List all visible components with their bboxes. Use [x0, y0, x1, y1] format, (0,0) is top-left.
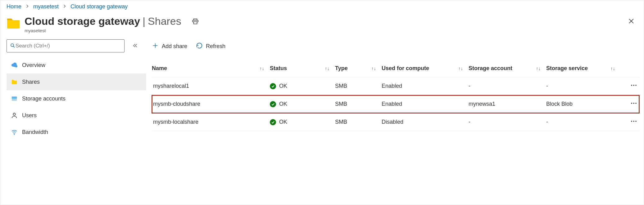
cell-status: OK — [270, 83, 335, 89]
cell-type: SMB — [335, 119, 382, 125]
svg-point-19 — [631, 121, 632, 122]
svg-rect-8 — [12, 100, 17, 101]
title-separator: | — [143, 15, 145, 27]
cell-status: OK — [270, 119, 335, 125]
svg-point-14 — [633, 85, 634, 86]
cell-service: Block Blob — [546, 101, 621, 107]
toolbar: Add share Refresh — [152, 38, 639, 54]
cell-service: - — [546, 119, 621, 125]
cell-service: - — [546, 83, 621, 89]
sidebar-item-overview[interactable]: Overview — [7, 57, 146, 74]
cell-type: SMB — [335, 83, 382, 89]
page-header: Cloud storage gateway | Shares myasetest — [0, 12, 644, 36]
folder-icon — [11, 78, 18, 85]
breadcrumb: Home myasetest Cloud storage gateway — [0, 0, 644, 12]
table-row[interactable]: mysmb-cloudshare OK SMB Enabled mynewsa1… — [152, 95, 639, 113]
col-status[interactable]: Status ↑↓ — [270, 65, 335, 72]
cell-account: - — [469, 119, 546, 125]
cell-compute: Disabled — [382, 119, 469, 125]
svg-point-16 — [631, 103, 632, 104]
svg-rect-1 — [193, 22, 197, 24]
wifi-icon — [11, 129, 18, 136]
sidebar-item-label: Shares — [22, 79, 40, 85]
row-more-icon[interactable] — [630, 82, 639, 91]
sidebar-item-shares[interactable]: Shares — [7, 74, 146, 90]
table-header: Name ↑↓ Status ↑↓ Type ↑↓ Used for compu… — [152, 60, 639, 77]
svg-point-21 — [635, 121, 637, 122]
search-icon — [10, 43, 16, 49]
status-ok-icon — [270, 119, 276, 125]
cell-name: mysmb-cloudshare — [152, 101, 270, 107]
table-row[interactable]: mysmb-localshare OK SMB Disabled - - — [152, 113, 639, 131]
svg-point-17 — [633, 103, 634, 104]
col-type[interactable]: Type ↑↓ — [335, 65, 382, 72]
plus-icon — [152, 42, 159, 51]
refresh-label: Refresh — [206, 43, 225, 50]
sort-icon[interactable]: ↑↓ — [536, 66, 541, 71]
storage-icon — [11, 95, 18, 102]
sort-icon[interactable]: ↑↓ — [610, 66, 615, 71]
svg-point-13 — [631, 85, 632, 86]
cell-type: SMB — [335, 101, 382, 107]
breadcrumb-feature[interactable]: Cloud storage gateway — [70, 3, 128, 10]
cell-name: mysmb-localshare — [152, 119, 270, 125]
svg-point-20 — [633, 121, 634, 122]
status-ok-icon — [270, 83, 276, 89]
sidebar-item-label: Overview — [22, 62, 45, 69]
svg-point-4 — [11, 44, 14, 47]
svg-point-9 — [13, 113, 15, 115]
sort-icon[interactable]: ↑↓ — [260, 66, 264, 71]
row-more-icon[interactable] — [630, 118, 639, 127]
cell-status: OK — [270, 101, 335, 107]
table-row[interactable]: mysharelocal1 OK SMB Enabled - - — [152, 77, 639, 95]
status-ok-icon — [270, 101, 276, 107]
col-name[interactable]: Name ↑↓ — [152, 65, 270, 72]
sort-icon[interactable]: ↑↓ — [458, 66, 463, 71]
breadcrumb-home[interactable]: Home — [7, 3, 21, 10]
refresh-button[interactable]: Refresh — [196, 42, 225, 51]
shares-table: Name ↑↓ Status ↑↓ Type ↑↓ Used for compu… — [152, 60, 639, 131]
col-compute[interactable]: Used for compute ↑↓ — [382, 65, 469, 72]
cloud-icon — [11, 62, 18, 69]
svg-rect-6 — [12, 97, 17, 98]
close-icon[interactable] — [628, 17, 635, 26]
search-input-wrapper[interactable] — [7, 39, 125, 52]
page-section: Shares — [148, 15, 181, 27]
cell-compute: Enabled — [382, 101, 469, 107]
page-title: Cloud storage gateway — [25, 15, 140, 27]
add-share-button[interactable]: Add share — [152, 42, 187, 51]
row-more-icon[interactable] — [630, 100, 639, 109]
svg-point-10 — [14, 134, 15, 135]
page-subtitle: myasetest — [25, 28, 199, 33]
cell-account: mynewsa1 — [469, 101, 546, 107]
sidebar-item-users[interactable]: Users — [7, 107, 146, 124]
sidebar-item-storage-accounts[interactable]: Storage accounts — [7, 90, 146, 107]
refresh-icon — [196, 42, 203, 51]
add-share-label: Add share — [162, 43, 187, 50]
svg-line-5 — [13, 46, 15, 47]
sort-icon[interactable]: ↑↓ — [325, 66, 329, 71]
chevron-right-icon — [25, 3, 30, 10]
collapse-sidebar-icon[interactable] — [132, 42, 138, 50]
chevron-right-icon — [62, 3, 67, 10]
col-service[interactable]: Storage service ↑↓ — [546, 65, 621, 72]
cell-name: mysharelocal1 — [152, 83, 270, 89]
main-content: Add share Refresh Name ↑↓ Status — [146, 36, 644, 205]
cell-account: - — [469, 83, 546, 89]
folder-icon — [7, 17, 20, 29]
sidebar-item-label: Users — [22, 112, 37, 119]
sidebar: Overview Shares Storage accounts — [0, 36, 146, 205]
sidebar-item-label: Bandwidth — [22, 129, 48, 136]
svg-point-18 — [635, 103, 637, 104]
svg-rect-7 — [12, 98, 17, 99]
search-input[interactable] — [16, 43, 121, 49]
col-account[interactable]: Storage account ↑↓ — [469, 65, 546, 72]
print-icon[interactable] — [192, 18, 199, 26]
cell-compute: Enabled — [382, 83, 469, 89]
sort-icon[interactable]: ↑↓ — [371, 66, 376, 71]
svg-point-15 — [635, 85, 637, 86]
sidebar-item-bandwidth[interactable]: Bandwidth — [7, 124, 146, 140]
breadcrumb-resource[interactable]: myasetest — [33, 3, 59, 10]
user-icon — [11, 112, 18, 119]
sidebar-item-label: Storage accounts — [22, 96, 66, 102]
